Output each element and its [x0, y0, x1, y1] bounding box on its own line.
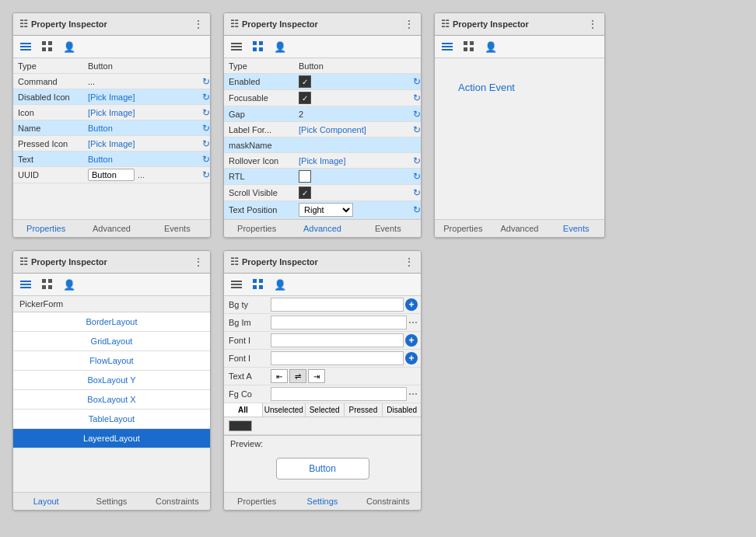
tab-advanced-2[interactable]: Advanced	[289, 220, 355, 237]
layout-item-boxX[interactable]: BoxLayout X	[13, 390, 210, 410]
layout-item-layered[interactable]: LayeredLayout	[13, 429, 210, 448]
reset-icon[interactable]: ↻	[413, 124, 421, 135]
tab-events-3[interactable]: Events	[548, 220, 604, 237]
rtl-checkbox[interactable]	[299, 170, 311, 183]
uuid-input[interactable]	[88, 169, 135, 181]
action-event-label[interactable]: Action Event	[443, 66, 530, 109]
person-icon-1[interactable]: 👤	[61, 39, 77, 54]
focusable-checkbox[interactable]: ✓	[299, 92, 311, 104]
tab-settings-5[interactable]: Settings	[289, 493, 355, 510]
panel-menu-icon-3[interactable]: ⋮	[587, 18, 598, 30]
color-swatch-dark[interactable]	[229, 420, 252, 431]
row-value: [Pick Image]	[83, 91, 202, 103]
reset-icon[interactable]: ↻	[202, 169, 210, 180]
bg-type-label: Bg ty	[224, 298, 271, 311]
grid-view-icon-2[interactable]	[250, 39, 266, 54]
font-i2-row: Font I +	[224, 350, 421, 368]
picker-header: PickerForm	[13, 296, 210, 312]
row-value: Button	[294, 60, 421, 72]
grid-view-icon-3[interactable]	[461, 39, 477, 54]
font-i1-btn[interactable]: +	[405, 334, 418, 347]
text-position-select[interactable]: Right	[299, 203, 353, 217]
reset-icon[interactable]: ↻	[202, 76, 210, 87]
bg-image-input[interactable]	[271, 316, 407, 330]
table-row: Gap 2 ↻	[224, 106, 421, 122]
state-tab-pressed[interactable]: Pressed	[345, 403, 383, 417]
reset-icon[interactable]: ↻	[413, 76, 421, 87]
font-i2-btn[interactable]: +	[405, 352, 418, 364]
layout-item-boxY[interactable]: BoxLayout Y	[13, 371, 210, 390]
preview-button[interactable]: Button	[276, 458, 369, 479]
person-icon-5[interactable]: 👤	[272, 277, 288, 292]
row-value: Button	[83, 122, 202, 134]
tab-properties-2[interactable]: Properties	[224, 220, 289, 237]
row-label: RTL	[224, 170, 294, 183]
grid-view-icon-5[interactable]	[250, 277, 266, 292]
list-view-icon-2[interactable]	[229, 39, 244, 54]
tab-advanced-3[interactable]: Advanced	[492, 220, 548, 237]
row-label: Rollover Icon	[224, 155, 294, 167]
reset-icon[interactable]: ↻	[202, 107, 210, 118]
scroll-visible-checkbox[interactable]: ✓	[299, 187, 311, 199]
grid-view-icon-4[interactable]	[40, 277, 55, 292]
state-tab-unselected[interactable]: Unselected	[263, 403, 306, 417]
align-right-btn[interactable]: ⇥	[308, 369, 325, 383]
enabled-checkbox[interactable]: ✓	[299, 75, 311, 88]
list-view-icon-4[interactable]	[18, 277, 33, 292]
grid-view-icon-1[interactable]	[40, 39, 55, 54]
bg-image-dots[interactable]: ⋯	[408, 317, 418, 328]
panel-menu-icon-2[interactable]: ⋮	[404, 18, 415, 30]
panel-menu-icon-4[interactable]: ⋮	[193, 256, 204, 268]
tab-layout-4[interactable]: Layout	[13, 493, 79, 510]
reset-icon[interactable]: ↻	[202, 123, 210, 134]
list-view-icon-1[interactable]	[18, 39, 33, 54]
panel-title-5: ☷ Property Inspector	[230, 256, 318, 267]
reset-icon[interactable]: ↻	[413, 204, 421, 215]
fg-color-dots[interactable]: ⋯	[408, 389, 418, 399]
bg-type-btn[interactable]: +	[405, 298, 418, 311]
tab-advanced-1[interactable]: Advanced	[79, 220, 144, 237]
row-value: Button	[83, 153, 202, 166]
fg-color-input[interactable]	[271, 387, 407, 401]
align-center-btn[interactable]: ⇌	[289, 369, 306, 383]
person-icon-3[interactable]: 👤	[483, 39, 499, 54]
layout-item-table[interactable]: TableLayout	[13, 410, 210, 429]
row-label: Icon	[13, 106, 83, 119]
list-view-icon-5[interactable]	[229, 277, 244, 292]
tab-properties-3[interactable]: Properties	[435, 220, 492, 237]
reset-icon[interactable]: ↻	[413, 92, 421, 103]
panel-menu-icon-1[interactable]: ⋮	[193, 18, 204, 30]
bg-type-input[interactable]	[271, 298, 404, 312]
reset-icon[interactable]: ↻	[202, 138, 210, 149]
panel-title-1: ☷ Property Inspector	[19, 19, 107, 30]
panel-menu-icon-5[interactable]: ⋮	[404, 256, 415, 268]
row-value	[294, 169, 413, 184]
panel-layout: ☷ Property Inspector ⋮	[12, 250, 211, 511]
align-left-btn[interactable]: ⇤	[271, 369, 288, 383]
state-tab-all[interactable]: All	[224, 403, 263, 417]
tab-properties-5[interactable]: Properties	[224, 493, 289, 510]
reset-icon[interactable]: ↻	[413, 155, 421, 166]
tab-events-2[interactable]: Events	[355, 220, 421, 237]
person-icon-4[interactable]: 👤	[61, 277, 77, 292]
reset-icon[interactable]: ↻	[202, 92, 210, 103]
reset-icon[interactable]: ↻	[413, 187, 421, 198]
person-icon-2[interactable]: 👤	[272, 39, 288, 54]
reset-icon[interactable]: ↻	[413, 171, 421, 182]
row-label: maskName	[224, 139, 294, 152]
state-tab-selected[interactable]: Selected	[306, 403, 345, 417]
list-view-icon-3[interactable]	[439, 39, 455, 54]
font-i1-input[interactable]	[271, 333, 404, 347]
font-i2-input[interactable]	[271, 351, 404, 365]
layout-item-border[interactable]: BorderLayout	[13, 312, 210, 332]
layout-item-flow[interactable]: FlowLayout	[13, 351, 210, 371]
tab-properties-1[interactable]: Properties	[13, 220, 79, 237]
tab-constraints-5[interactable]: Constraints	[355, 493, 421, 510]
reset-icon[interactable]: ↻	[413, 109, 421, 120]
tab-events-1[interactable]: Events	[145, 220, 210, 237]
tab-settings-4[interactable]: Settings	[79, 493, 144, 510]
state-tab-disabled[interactable]: Disabled	[383, 403, 421, 417]
tab-constraints-4[interactable]: Constraints	[145, 493, 210, 510]
reset-icon[interactable]: ↻	[202, 154, 210, 165]
layout-item-grid[interactable]: GridLayout	[13, 332, 210, 351]
